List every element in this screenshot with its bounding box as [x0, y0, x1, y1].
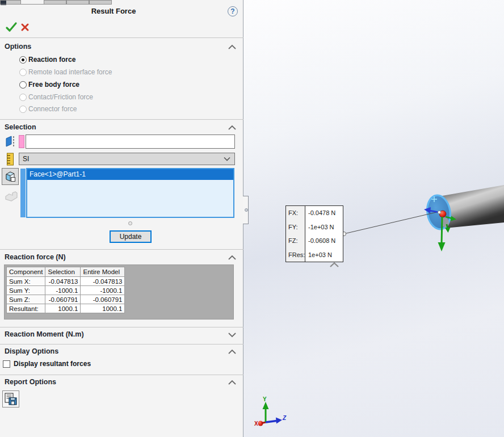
radio-icon	[19, 106, 27, 113]
callout-label: FY:	[286, 220, 305, 234]
chevron-up-icon[interactable]	[228, 348, 237, 355]
orientation-triad: Y Z X	[254, 396, 287, 427]
reaction-force-table-area: Component Selection Entire Model Sum X: …	[4, 264, 234, 320]
chevron-up-icon[interactable]	[228, 124, 237, 131]
cell-component: Sum Y:	[7, 286, 45, 295]
ok-button[interactable]	[5, 22, 18, 34]
callout-label: FRes:	[286, 248, 305, 262]
callout-leader-line	[342, 212, 439, 236]
radio-free-body-force[interactable]: Free body force	[19, 79, 79, 90]
radio-label: Remote load interface force	[28, 68, 112, 76]
active-selection-indicator	[20, 169, 26, 217]
cell-component: Sum Z:	[7, 295, 45, 304]
list-item-face[interactable]: Face<1>@Part1-1	[27, 169, 233, 180]
callout-collapse-chevron-icon[interactable]	[329, 262, 340, 268]
selection-group-header[interactable]: Selection	[5, 123, 239, 133]
callout-value: -0.0478 N	[305, 206, 343, 220]
table-row: Sum Y: -1000.1 -1000.1	[7, 286, 125, 295]
checkbox-label: Display resultant forces	[14, 360, 91, 368]
callout-label: FX:	[286, 206, 305, 220]
col-header-component: Component	[7, 267, 45, 277]
radio-contact-friction-force: Contact/Friction force	[19, 91, 93, 103]
radio-icon	[19, 69, 27, 76]
radio-label: Connector force	[28, 105, 77, 113]
part-icon	[3, 190, 18, 205]
radio-reaction-force[interactable]: Reaction force	[19, 54, 75, 65]
divider	[0, 249, 243, 250]
cell-entire: -0.047813	[81, 277, 125, 286]
radio-connector-force: Connector force	[19, 103, 77, 115]
radio-icon	[19, 94, 27, 101]
col-header-selection: Selection	[45, 267, 81, 277]
result-force-callout[interactable]: FX: -0.0478 N FY: -1e+03 N FZ: -0.0608 N…	[285, 205, 343, 262]
help-icon[interactable]: ?	[228, 6, 238, 16]
cell-selection: -0.060791	[45, 295, 81, 304]
update-button[interactable]: Update	[110, 230, 152, 243]
units-dropdown[interactable]: SI	[19, 153, 235, 165]
callout-value: -1e+03 N	[305, 220, 343, 234]
divider	[0, 37, 243, 38]
report-options-group-header[interactable]: Report Options	[5, 378, 239, 388]
reaction-force-group-header[interactable]: Reaction force (N)	[5, 253, 239, 263]
callout-row: FZ: -0.0608 N	[286, 234, 343, 248]
report-save-icon	[4, 392, 18, 406]
cancel-button[interactable]	[18, 22, 32, 34]
cell-entire: 1000.1	[81, 304, 125, 313]
callout-row: FX: -0.0478 N	[286, 206, 343, 220]
listbox-resize-handle[interactable]	[128, 221, 132, 225]
display-options-header-label: Display Options	[5, 347, 58, 355]
callout-row: FRes: 1e+03 N	[286, 248, 343, 262]
chevron-up-icon[interactable]	[228, 379, 237, 386]
chevron-up-icon[interactable]	[228, 254, 237, 261]
callout-label: FZ:	[286, 234, 305, 248]
callout-row: FY: -1e+03 N	[286, 220, 343, 234]
radio-remote-load-interface-force: Remote load interface force	[19, 66, 112, 78]
triad-y-label: Y	[263, 396, 267, 402]
triad-x-label: X	[254, 421, 258, 427]
chevron-down-icon	[223, 156, 231, 162]
divider	[0, 327, 243, 327]
selection-header-label: Selection	[5, 123, 36, 131]
display-resultant-forces-checkbox[interactable]	[3, 360, 10, 368]
close-icon	[20, 22, 30, 32]
reaction-force-header-label: Reaction force (N)	[5, 253, 66, 261]
save-report-button[interactable]	[2, 390, 19, 407]
cell-component: Sum X:	[7, 277, 45, 286]
options-header-label: Options	[5, 43, 31, 51]
divider	[0, 119, 243, 120]
units-ruler-icon	[6, 153, 14, 167]
face-selection-mode-button[interactable]	[2, 168, 19, 185]
triad-z-axis	[266, 421, 276, 423]
cell-entire: -1000.1	[81, 286, 125, 295]
table-header-row: Component Selection Entire Model	[7, 267, 125, 277]
cell-selection: 1000.1	[45, 304, 81, 313]
col-header-entire-model: Entire Model	[81, 267, 125, 277]
tabstrip-baseline	[0, 4, 112, 5]
graphics-viewport[interactable]: Y Z X FX: -0.0478 N FY: -1e+03 N FZ: -0.…	[243, 0, 504, 437]
radio-label: Reaction force	[28, 56, 75, 64]
property-manager-panel: Result Force ? Options Reaction force	[0, 0, 243, 437]
radio-icon	[19, 56, 27, 64]
radio-label: Free body force	[28, 81, 79, 89]
radio-icon	[19, 81, 27, 89]
chevron-down-icon[interactable]	[228, 331, 237, 338]
plane-selection-input[interactable]	[26, 135, 235, 149]
display-options-group-header[interactable]: Display Options	[5, 347, 239, 358]
divider	[0, 344, 243, 344]
reaction-moment-group-header[interactable]: Reaction Moment (N.m)	[5, 330, 239, 341]
cell-component: Resultant:	[7, 304, 45, 313]
plane-face-icon	[4, 135, 18, 150]
selected-faces-listbox[interactable]: Face<1>@Part1-1	[26, 168, 234, 218]
cell-selection: -1000.1	[45, 286, 81, 295]
chevron-up-icon[interactable]	[228, 44, 237, 51]
property-manager-tabstrip	[0, 0, 243, 5]
table-row: Sum X: -0.047813 -0.047813	[7, 277, 125, 286]
options-group-header[interactable]: Options	[5, 43, 239, 53]
model-scene: Y Z X	[243, 0, 504, 437]
leader-anchor-dot	[438, 211, 440, 213]
table-row: Sum Z: -0.060791 -0.060791	[7, 295, 125, 304]
reaction-moment-header-label: Reaction Moment (N.m)	[5, 330, 84, 338]
callout-value: -0.0608 N	[305, 234, 343, 248]
report-options-header-label: Report Options	[5, 378, 56, 386]
cell-selection: -0.047813	[45, 277, 81, 286]
